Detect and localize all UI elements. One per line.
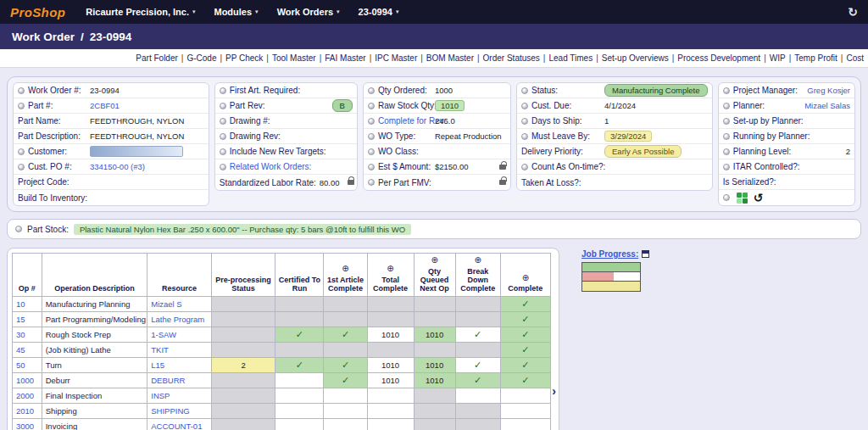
op-number-link[interactable]: 3000: [13, 418, 42, 430]
status-cell[interactable]: ✓: [324, 357, 367, 372]
quicklink-lead-times[interactable]: Lead Times: [546, 53, 595, 63]
record-dot-icon[interactable]: [521, 87, 528, 94]
status-cell[interactable]: [211, 296, 275, 311]
status-cell[interactable]: [455, 388, 500, 403]
history-icon[interactable]: ↺: [754, 192, 764, 204]
status-cell[interactable]: 1010: [414, 357, 455, 372]
customer-field[interactable]: [90, 146, 183, 157]
status-cell[interactable]: [367, 342, 414, 357]
quicklink-tool-master[interactable]: Tool Master: [270, 53, 319, 63]
record-dot-icon[interactable]: [220, 133, 226, 140]
resource-link[interactable]: TKIT: [147, 342, 212, 357]
record-dot-icon[interactable]: [521, 164, 528, 170]
status-cell[interactable]: [367, 296, 414, 311]
status-cell[interactable]: [324, 296, 367, 311]
status-cell[interactable]: ✓: [324, 372, 367, 388]
resource-link[interactable]: SHIPPING: [147, 403, 212, 418]
status-cell[interactable]: [275, 311, 324, 327]
op-number-link[interactable]: 50: [13, 357, 42, 372]
quicklink-bom-master[interactable]: BOM Master: [424, 53, 476, 63]
record-dot-icon[interactable]: [723, 103, 730, 109]
quicklink-set-up-overviews[interactable]: Set-up Overviews: [599, 53, 671, 63]
quicklink-cost[interactable]: Cost: [843, 53, 866, 63]
status-cell[interactable]: [367, 418, 414, 430]
status-cell[interactable]: ✓: [455, 327, 500, 342]
status-cell[interactable]: [455, 311, 500, 327]
status-cell[interactable]: [455, 418, 500, 430]
op-number-link[interactable]: 15: [13, 311, 42, 327]
status-cell[interactable]: [414, 418, 455, 430]
record-dot-icon[interactable]: [220, 118, 226, 125]
field-value[interactable]: 2CBF01: [90, 101, 120, 110]
status-cell[interactable]: [414, 311, 455, 327]
status-cell[interactable]: [324, 418, 367, 430]
status-cell[interactable]: [414, 403, 455, 418]
status-cell[interactable]: [324, 311, 367, 327]
quicklink-order-statuses[interactable]: Order Statuses: [481, 53, 542, 63]
status-cell[interactable]: [324, 342, 367, 357]
record-dot-icon[interactable]: [220, 164, 226, 170]
record-dot-icon[interactable]: [521, 118, 528, 125]
record-dot-icon[interactable]: [18, 164, 25, 170]
status-cell[interactable]: [211, 388, 275, 403]
status-cell[interactable]: [500, 403, 550, 418]
quicklink-wip[interactable]: WIP: [767, 53, 788, 63]
status-cell[interactable]: ✓: [500, 327, 550, 342]
status-cell[interactable]: [211, 327, 275, 342]
record-dot-icon[interactable]: [368, 103, 375, 109]
status-cell[interactable]: ✓: [500, 296, 550, 311]
quicklink-process-development[interactable]: Process Development: [675, 53, 763, 63]
status-cell[interactable]: ✓: [500, 357, 550, 372]
record-dot-icon[interactable]: [368, 118, 375, 125]
topbar-menu-work-orders[interactable]: Work Orders▾: [277, 7, 340, 17]
op-number-link[interactable]: 10: [13, 296, 42, 311]
record-dot-icon[interactable]: [521, 103, 528, 109]
quicklink-pp-check[interactable]: PP Check: [223, 53, 265, 63]
record-dot-icon[interactable]: [723, 148, 730, 155]
refresh-icon[interactable]: ↻: [848, 5, 858, 19]
status-cell[interactable]: 1010: [367, 372, 414, 388]
status-cell[interactable]: [275, 388, 324, 403]
record-dot-icon[interactable]: [368, 87, 375, 94]
plus-icon[interactable]: ⊕: [369, 264, 413, 274]
status-cell[interactable]: [324, 403, 367, 418]
job-progress-link[interactable]: Job Progress:: [581, 249, 649, 259]
status-cell[interactable]: [414, 296, 455, 311]
status-cell[interactable]: [414, 342, 455, 357]
status-cell[interactable]: ✓: [500, 311, 550, 327]
status-cell[interactable]: [455, 403, 500, 418]
status-cell[interactable]: [275, 418, 324, 430]
resource-link[interactable]: 1-SAW: [147, 327, 212, 342]
status-cell[interactable]: [211, 418, 275, 430]
status-cell[interactable]: [367, 311, 414, 327]
status-cell[interactable]: [275, 296, 324, 311]
status-cell[interactable]: ✓: [455, 357, 500, 372]
field-value[interactable]: 334150-00 (#3): [90, 162, 145, 171]
op-number-link[interactable]: 2010: [13, 403, 42, 418]
op-number-link[interactable]: 30: [13, 327, 42, 342]
status-cell[interactable]: ✓: [275, 357, 324, 372]
resource-link[interactable]: L15: [147, 357, 212, 372]
record-dot-icon[interactable]: [18, 87, 25, 94]
status-cell[interactable]: [275, 342, 324, 357]
status-cell[interactable]: [211, 342, 275, 357]
status-cell[interactable]: ✓: [455, 372, 500, 388]
plus-icon[interactable]: ⊕: [415, 255, 454, 265]
record-dot-icon[interactable]: [220, 148, 226, 155]
status-cell[interactable]: [211, 311, 275, 327]
resource-link[interactable]: DEBURR: [147, 372, 212, 388]
record-dot-icon[interactable]: [723, 194, 730, 201]
resource-link[interactable]: Mizael S: [147, 296, 212, 311]
status-cell[interactable]: ✓: [275, 327, 324, 342]
record-dot-icon[interactable]: [368, 164, 375, 170]
field-label[interactable]: Related Work Orders:: [230, 162, 312, 171]
op-number-link[interactable]: 1000: [13, 372, 42, 388]
record-dot-icon[interactable]: [723, 133, 730, 140]
status-cell[interactable]: 2: [211, 357, 275, 372]
record-dot-icon[interactable]: [723, 164, 730, 170]
status-cell[interactable]: 1010: [414, 327, 455, 342]
record-dot-icon[interactable]: [220, 103, 226, 109]
status-cell[interactable]: ✓: [500, 342, 550, 357]
quicklink-g-code[interactable]: G-Code: [184, 53, 219, 63]
status-cell[interactable]: [211, 372, 275, 388]
